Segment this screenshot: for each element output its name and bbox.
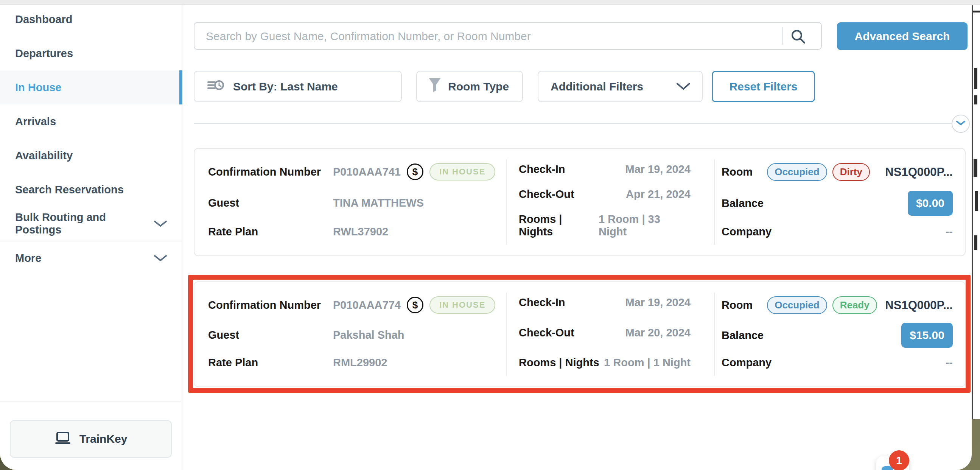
search-divider — [782, 27, 783, 45]
sidebar: Dashboard Departures In House Arrivals A… — [0, 5, 182, 470]
room-label: Room — [722, 166, 752, 178]
list-divider — [194, 123, 952, 124]
company-value: -- — [945, 226, 953, 238]
window-top-strip — [0, 0, 980, 5]
sidebar-item-availability[interactable]: Availability — [0, 139, 181, 172]
room-number-value: NS1Q000P... — [885, 166, 953, 179]
housekeeping-status-badge: Dirty — [832, 163, 870, 181]
confirmation-number-value: P010AAA774 — [333, 299, 401, 311]
guest-label: Guest — [208, 197, 333, 209]
laptop-icon — [54, 432, 71, 446]
occupancy-status-badge: Occupied — [767, 296, 827, 314]
background-window-fragment — [974, 96, 977, 104]
sidebar-item-label: Arrivals — [15, 115, 56, 128]
background-window-fragment — [975, 191, 978, 211]
sort-by-label: Sort By: Last Name — [233, 80, 338, 93]
sort-by-dropdown[interactable]: Sort By: Last Name — [194, 71, 402, 102]
check-out-label: Check-Out — [519, 327, 574, 339]
folio-dollar-icon[interactable]: $ — [407, 297, 423, 313]
sidebar-item-in-house[interactable]: In House — [0, 70, 181, 104]
balance-button[interactable]: $0.00 — [908, 191, 953, 216]
occupancy-status-badge: Occupied — [767, 163, 827, 181]
sidebar-item-departures[interactable]: Departures — [0, 36, 181, 70]
advanced-search-button[interactable]: Advanced Search — [837, 22, 967, 50]
trainkey-label: TrainKey — [80, 433, 127, 445]
background-window-fragment — [974, 68, 977, 89]
reservation-card[interactable]: Confirmation Number P010AAA741 $ IN HOUS… — [194, 148, 966, 256]
reservation-card[interactable]: Confirmation Number P010AAA774 $ IN HOUS… — [194, 281, 966, 387]
sidebar-item-bulk-routing-and-postings[interactable]: Bulk Routing and Postings — [0, 207, 181, 241]
rate-plan-value: RWL37902 — [333, 226, 388, 238]
check-out-label: Check-Out — [519, 188, 574, 201]
check-in-label: Check-In — [519, 296, 565, 309]
reset-filters-button[interactable]: Reset Filters — [712, 71, 815, 102]
room-number-value: NS1Q000P... — [885, 299, 953, 312]
room-type-filter[interactable]: Room Type — [416, 71, 523, 102]
check-in-value: Mar 19, 2024 — [625, 163, 690, 175]
sidebar-item-label: Departures — [15, 47, 73, 60]
sidebar-item-more[interactable]: More — [0, 241, 181, 275]
rate-plan-label: Rate Plan — [208, 226, 333, 238]
chevron-down-icon — [676, 80, 690, 93]
folio-dollar-icon[interactable]: $ — [407, 164, 423, 180]
background-window-fragment — [974, 159, 977, 177]
sidebar-item-label: Search Reservations — [15, 183, 124, 196]
sidebar-item-dashboard[interactable]: Dashboard — [0, 2, 181, 36]
company-value: -- — [945, 357, 953, 369]
search-input[interactable] — [205, 24, 774, 49]
collapse-list-button[interactable] — [951, 115, 970, 133]
chevron-down-icon — [956, 120, 965, 127]
trainkey-button[interactable]: TrainKey — [10, 420, 172, 458]
funnel-icon — [428, 78, 441, 96]
sidebar-item-arrivals[interactable]: Arrivals — [0, 104, 181, 139]
background-window-fragment — [973, 11, 980, 13]
confirmation-number-label: Confirmation Number — [208, 166, 333, 178]
sidebar-footer-divider — [0, 401, 181, 401]
rooms-nights-label: Rooms | Nights — [519, 213, 598, 238]
guest-value: TINA MATTHEWS — [333, 197, 424, 209]
screen: Dashboard Departures In House Arrivals A… — [0, 0, 980, 470]
guest-value: Pakshal Shah — [333, 329, 404, 341]
in-house-badge: IN HOUSE — [430, 163, 495, 180]
chevron-down-icon — [154, 252, 167, 264]
search-box — [194, 22, 822, 50]
sidebar-item-label: Availability — [15, 150, 73, 162]
check-in-label: Check-In — [519, 163, 565, 175]
company-label: Company — [722, 357, 772, 369]
sidebar-item-label: Bulk Routing and Postings — [15, 211, 154, 236]
in-house-badge: IN HOUSE — [430, 296, 495, 314]
company-label: Company — [722, 226, 772, 238]
background-window-fragment — [974, 235, 977, 250]
chevron-down-icon — [154, 218, 167, 230]
room-label: Room — [722, 299, 752, 311]
balance-label: Balance — [722, 197, 764, 210]
additional-filters-label: Additional Filters — [550, 80, 643, 93]
rooms-nights-value: 1 Room | 1 Night — [604, 357, 690, 369]
housekeeping-status-badge: Ready — [832, 296, 877, 314]
guest-label: Guest — [208, 329, 333, 341]
rate-plan-label: Rate Plan — [208, 357, 333, 369]
check-out-value: Apr 21, 2024 — [626, 188, 690, 201]
room-type-label: Room Type — [448, 80, 509, 93]
confirmation-number-value: P010AAA741 — [333, 166, 401, 178]
sidebar-item-label: More — [15, 252, 41, 264]
sort-history-icon — [207, 78, 225, 96]
search-icon[interactable] — [790, 29, 807, 46]
sidebar-item-label: In House — [15, 81, 61, 94]
rate-plan-value: RML29902 — [333, 357, 387, 369]
additional-filters-dropdown[interactable]: Additional Filters — [538, 71, 703, 102]
sidebar-item-search-reservations[interactable]: Search Reservations — [0, 172, 181, 207]
sidebar-item-label: Dashboard — [15, 13, 72, 26]
balance-button[interactable]: $15.00 — [901, 323, 953, 348]
balance-label: Balance — [722, 329, 764, 342]
check-in-value: Mar 19, 2024 — [625, 296, 690, 309]
confirmation-number-label: Confirmation Number — [208, 299, 333, 311]
check-out-value: Mar 20, 2024 — [625, 327, 690, 339]
rooms-nights-value: 1 Room | 33 Night — [598, 213, 690, 238]
rooms-nights-label: Rooms | Nights — [519, 357, 599, 369]
background-window-sliver — [972, 0, 980, 419]
app-window: Dashboard Departures In House Arrivals A… — [0, 0, 972, 470]
notification-badge: 1 — [889, 450, 909, 470]
